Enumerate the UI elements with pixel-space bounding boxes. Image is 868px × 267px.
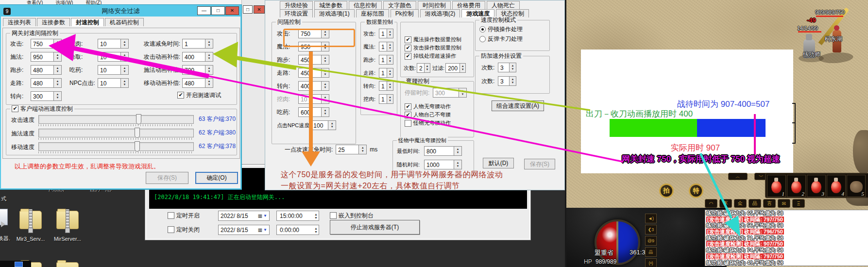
tab-text-color[interactable]: 文字颜色 [383,1,416,9]
run-interval-spinner[interactable]: 480 [31,65,62,75]
spinner-arrows[interactable] [509,63,516,72]
count-spinner[interactable]: 2 [417,63,430,73]
spinner-arrows[interactable] [205,79,213,87]
spinner-arrows[interactable] [120,52,128,61]
pet-icon[interactable]: 豕 [719,199,732,208]
cast-interval-spinner[interactable]: 950 [31,52,62,62]
tab-game-options-2[interactable]: 游戏选项(2) [420,9,460,17]
spinner-arrows[interactable] [321,55,329,64]
open-date-picker[interactable]: 2022/ 8/15 ▦ ▼ [218,211,270,221]
no-bend-checkbox[interactable] [405,103,411,110]
dig-interval-spinner[interactable]: 10 [98,39,129,49]
default-button[interactable]: 默认(D) [483,158,514,168]
tab-price-cost[interactable]: 价格费用 [452,1,485,9]
spinner-arrows[interactable] [387,42,393,51]
spinner-arrows[interactable] [321,68,329,77]
cast-speed-slider[interactable] [38,129,194,137]
belt-slot[interactable]: 3 [807,175,826,197]
pai-button[interactable]: 拍 [659,184,674,198]
close-time-field[interactable]: 0:00:00 ▲▼ [276,225,319,235]
save-button[interactable]: 保存(S) [146,172,188,184]
spinner-arrows[interactable] [53,52,61,61]
spinner-arrows[interactable] [387,95,393,103]
monster-no-bend-checkbox[interactable] [405,120,411,127]
walk-interval-spinner[interactable]: 480 [31,78,62,88]
belt-slot[interactable]: 1 [767,175,786,197]
dropline-checkbox[interactable] [405,53,411,60]
tab-player-death[interactable]: 人物死亡 [487,1,520,9]
speed-reduce-spinner[interactable]: 1 [182,39,213,49]
stay-time-spinner[interactable]: 300 [433,88,467,98]
desktop-icon-label[interactable]: 换器. [0,235,10,242]
chat-scroll-up-button[interactable]: ︿ [728,173,748,180]
zip-folder-icon[interactable] [19,211,42,229]
slider-thumb[interactable] [135,128,140,138]
hud-group-button[interactable]: 品 [645,247,657,257]
attack-anim-spinner[interactable]: 400 [182,52,213,62]
guild-icon[interactable]: 品 [749,199,761,208]
belt-slot[interactable]: 5 [847,175,866,197]
embed-console-checkbox[interactable] [330,212,337,219]
tab-time-control[interactable]: 时间控制 [418,1,451,9]
self-no-bend-checkbox[interactable] [405,112,411,118]
spinner-arrows[interactable] [321,108,329,117]
spinner-arrows[interactable] [120,79,128,87]
speed-test-checkbox[interactable] [177,92,184,99]
bounce-mode-radio[interactable] [479,36,486,42]
dropdown-icon[interactable]: ▼ [263,214,267,218]
close-timer-checkbox[interactable] [168,226,174,233]
hide-chat-icon[interactable]: ◠ [705,199,717,208]
potion-interval-spinner[interactable]: 10 [98,65,129,75]
background-maximize-button[interactable]: □ [243,5,253,14]
anti-count-spinner[interactable]: 3 [498,76,516,86]
spinner-arrows[interactable] [509,77,516,85]
spinner-arrows[interactable] [321,95,329,103]
spinner-arrows[interactable] [454,147,461,155]
spinner-arrows[interactable] [454,160,461,169]
dig-interval-spinner[interactable]: 10 [298,94,329,104]
npc-click-spinner[interactable]: 10 [98,78,129,88]
filter-window-titlebar[interactable]: 9 网络安全过滤 — □ ✕ [1,6,240,17]
tab-upgrade-exp[interactable]: 升级经验 [280,1,313,9]
calendar-icon[interactable]: ▦ [258,213,262,218]
turn-interval-spinner[interactable]: 400 [298,81,329,91]
tab-connection-list[interactable]: 连接列表 [3,18,36,26]
spinner-arrows[interactable] [53,66,61,74]
ok-button[interactable]: 确定(O) [195,172,238,184]
slider-thumb[interactable] [136,114,141,124]
calendar-icon[interactable]: ▦ [258,227,262,233]
pickup-interval-spinner[interactable]: 10 [98,52,129,62]
time-spinner-arrows[interactable]: ▲▼ [314,213,318,219]
spinner-arrows[interactable] [460,64,465,72]
tab-coord-range[interactable]: 座标范围 [356,9,389,17]
data-attack-spinner[interactable]: 1 [379,29,393,38]
chat-log[interactable]: 练功师:破坏力为 65,平均值为 58 [攻击速度检测] 砍间隔: 797/75… [705,210,868,266]
zip-folder-icon[interactable] [56,262,79,267]
hud-signal-button[interactable]: (•) [645,258,657,267]
desktop-icon-label[interactable]: Mir3_Serv... [14,236,48,242]
tab-connection-params[interactable]: 连接参数 [37,18,70,26]
tab-game-options-1[interactable]: 游戏选项(1) [314,9,355,17]
rank-icon[interactable]: Ξ [792,199,805,208]
filter-spinner[interactable]: 200 [445,63,466,73]
group-icon[interactable]: 众 [734,199,747,208]
attack-speed-slider[interactable] [38,115,194,124]
cast-anim-spinner[interactable]: 700 [182,65,213,75]
pause-mode-radio[interactable] [479,26,486,33]
zip-folder-icon[interactable] [56,211,79,229]
npc-click-speed-spinner[interactable]: 100 [311,120,336,130]
potion-interval-spinner[interactable]: 600 [298,107,329,117]
tab-env-settings[interactable]: 环境设置 [280,9,313,17]
run-interval-spinner[interactable]: 450 [298,55,329,65]
spinner-arrows[interactable] [387,55,393,64]
minimize-button[interactable]: — [197,6,211,15]
random-time-spinner[interactable]: 1000 [424,160,462,169]
spinner-arrows[interactable] [120,66,128,74]
spinner-arrows[interactable] [205,66,213,74]
stop-server-button[interactable]: 停止游戏服务器(T) [330,220,420,234]
save-button[interactable]: 保存(S) [524,159,555,169]
tab-castle-params[interactable]: 城堡参数 [314,1,347,9]
close-button[interactable]: ✕ [225,6,239,15]
tab-machine-code[interactable]: 机器码控制 [105,18,144,26]
data-dig-spinner[interactable]: 1 [379,94,393,104]
